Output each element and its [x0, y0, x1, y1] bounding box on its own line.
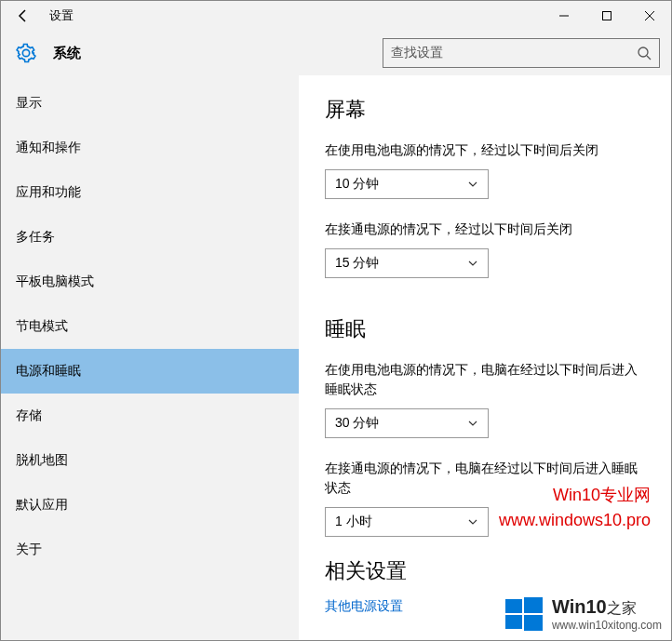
sleep-plugged-dropdown[interactable]: 1 小时 — [325, 507, 489, 537]
minimize-icon — [559, 11, 569, 20]
sidebar-item-label: 电源和睡眠 — [16, 363, 81, 380]
sidebar-item-label: 默认应用 — [16, 497, 68, 514]
chevron-down-icon — [467, 179, 478, 190]
arrow-left-icon — [16, 8, 31, 23]
search-input[interactable]: 查找设置 — [383, 38, 660, 68]
sidebar-item-label: 应用和功能 — [16, 184, 81, 201]
main-body: 显示 通知和操作 应用和功能 多任务 平板电脑模式 节电模式 电源和睡眠 存储 … — [1, 75, 671, 640]
sidebar: 显示 通知和操作 应用和功能 多任务 平板电脑模式 节电模式 电源和睡眠 存储 … — [1, 75, 299, 640]
screen-battery-label: 在使用电池电源的情况下，经过以下时间后关闭 — [325, 140, 645, 160]
watermark-line2: www.windows10.pro — [499, 508, 651, 533]
sidebar-item-battery[interactable]: 节电模式 — [1, 304, 299, 349]
sidebar-item-label: 脱机地图 — [16, 452, 68, 469]
sidebar-item-label: 平板电脑模式 — [16, 274, 94, 290]
close-button[interactable] — [628, 1, 671, 31]
close-icon — [645, 11, 654, 20]
svg-rect-0 — [603, 12, 612, 20]
sidebar-item-about[interactable]: 关于 — [1, 527, 299, 572]
content-panel: 屏幕 在使用电池电源的情况下，经过以下时间后关闭 10 分钟 在接通电源的情况下… — [299, 75, 671, 640]
back-button[interactable] — [1, 1, 46, 31]
minimize-button[interactable] — [543, 1, 585, 31]
chevron-down-icon — [467, 258, 478, 269]
search-placeholder: 查找设置 — [391, 45, 637, 61]
section-title-screen: 屏幕 — [325, 96, 645, 124]
sidebar-item-default-apps[interactable]: 默认应用 — [1, 483, 299, 527]
sleep-plugged-label: 在接通电源的情况下，电脑在经过以下时间后进入睡眠状态 — [325, 459, 645, 498]
sidebar-item-notifications[interactable]: 通知和操作 — [1, 126, 299, 170]
sidebar-item-label: 存储 — [16, 407, 42, 424]
sidebar-item-label: 显示 — [16, 95, 42, 112]
related-title: 相关设置 — [325, 557, 645, 585]
sidebar-item-apps[interactable]: 应用和功能 — [1, 170, 299, 215]
header: 系统 查找设置 — [1, 31, 671, 75]
screen-plugged-label: 在接通电源的情况下，经过以下时间后关闭 — [325, 220, 645, 239]
maximize-icon — [602, 11, 612, 20]
section-title-sleep: 睡眠 — [325, 315, 645, 343]
screen-plugged-dropdown[interactable]: 15 分钟 — [325, 248, 489, 278]
dropdown-value: 1 小时 — [335, 514, 467, 530]
window-title: 设置 — [46, 7, 74, 24]
sidebar-item-tablet[interactable]: 平板电脑模式 — [1, 260, 299, 304]
sleep-battery-dropdown[interactable]: 30 分钟 — [325, 408, 489, 438]
header-title: 系统 — [53, 45, 81, 62]
titlebar: 设置 — [1, 1, 671, 31]
screen-battery-dropdown[interactable]: 10 分钟 — [325, 169, 489, 199]
sidebar-item-offline-maps[interactable]: 脱机地图 — [1, 438, 299, 483]
search-icon — [637, 46, 652, 60]
sidebar-item-label: 通知和操作 — [16, 140, 81, 156]
sidebar-item-label: 多任务 — [16, 229, 55, 246]
svg-rect-5 — [524, 615, 543, 631]
dropdown-value: 10 分钟 — [335, 176, 467, 193]
svg-point-1 — [638, 47, 648, 57]
sidebar-item-power-sleep[interactable]: 电源和睡眠 — [1, 349, 299, 394]
chevron-down-icon — [467, 516, 478, 527]
chevron-down-icon — [467, 418, 478, 429]
maximize-button[interactable] — [585, 1, 628, 31]
related-link-other-power[interactable]: 其他电源设置 — [325, 598, 645, 615]
sidebar-item-multitasking[interactable]: 多任务 — [1, 215, 299, 260]
gear-icon — [16, 43, 36, 63]
dropdown-value: 30 分钟 — [335, 415, 467, 432]
sleep-battery-label: 在使用电池电源的情况下，电脑在经过以下时间后进入睡眠状态 — [325, 360, 645, 399]
svg-rect-4 — [505, 615, 522, 629]
sidebar-item-display[interactable]: 显示 — [1, 81, 299, 126]
sidebar-item-label: 节电模式 — [16, 318, 68, 335]
sidebar-item-storage[interactable]: 存储 — [1, 394, 299, 438]
watermark-brand-url: www.win10xitong.com — [552, 619, 662, 632]
dropdown-value: 15 分钟 — [335, 255, 467, 272]
sidebar-item-label: 关于 — [16, 541, 42, 558]
